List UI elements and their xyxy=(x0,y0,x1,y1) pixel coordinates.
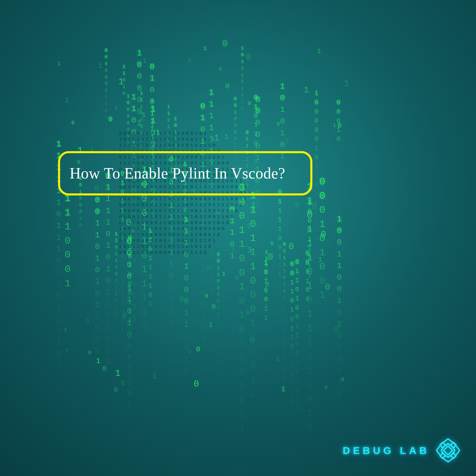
brand-name: DEBUG LAB xyxy=(343,445,430,456)
brand-mark-icon xyxy=(435,437,461,464)
brand-logo: DEBUG LAB xyxy=(343,437,461,464)
stage: 0011010101000010001010111001111101001101… xyxy=(0,0,476,476)
svg-rect-0 xyxy=(444,446,452,455)
page-title: How To Enable Pylint In Vscode? xyxy=(70,165,301,182)
title-box: How To Enable Pylint In Vscode? xyxy=(58,151,312,195)
